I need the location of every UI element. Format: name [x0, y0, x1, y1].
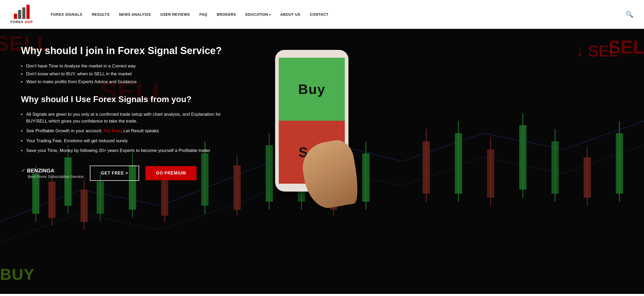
phone-buy-button: Buy	[279, 58, 345, 121]
phone-mockup: Buy Sell	[270, 50, 354, 202]
navbar: FOREX GDP FOREX SIGNALSRESULTSNEWS ANALY…	[0, 0, 644, 29]
benzinga-name: BENZINGA	[27, 168, 54, 174]
nav-item-about-us[interactable]: ABOUT US	[276, 12, 305, 17]
bullet-item: See Profitable Growth in your account. T…	[21, 128, 236, 134]
hero-left: Why should I join in Forex Signal Servic…	[21, 45, 257, 181]
bullet-item: Save your Time, Money by following 20+ y…	[21, 147, 236, 154]
benzinga-top: ✓ BENZINGA	[21, 167, 84, 174]
logo-text: FOREX GDP	[10, 20, 33, 24]
search-button[interactable]: 🔍	[626, 11, 634, 18]
go-premium-button[interactable]: GO PREMIUM	[145, 166, 197, 180]
bullet-item: Don't know when to BUY, when to SELL in …	[21, 71, 236, 77]
nav-links: FOREX SIGNALSRESULTSNEWS ANALYSISUSER RE…	[46, 12, 626, 17]
nav-item-forex-signals[interactable]: FOREX SIGNALS	[46, 12, 87, 17]
bullet-item: Your Trading Fear, Emotions will get red…	[21, 138, 236, 144]
nav-item-faq[interactable]: FAQ	[195, 12, 212, 17]
benzinga-sub: Best Forex Subscription Service	[21, 174, 84, 179]
nav-item-education[interactable]: EDUCATION	[241, 12, 276, 17]
logo-bar	[14, 14, 17, 19]
try-free-link[interactable]: Try Free	[104, 128, 121, 133]
logo-bars	[14, 5, 30, 19]
logo-bar	[18, 10, 21, 19]
logo[interactable]: FOREX GDP	[10, 5, 33, 24]
benzinga-badge: ✓ BENZINGA Best Forex Subscription Servi…	[21, 167, 84, 179]
phone-buy-label: Buy	[298, 81, 325, 97]
bullet-item: Don't have Time to Analyze the market in…	[21, 64, 236, 69]
hero-right: Buy Sell	[257, 50, 367, 202]
logo-gdp: GDP	[25, 20, 33, 24]
hero-heading-1: Why should I join in Forex Signal Servic…	[21, 45, 236, 57]
hero-heading-2: Why should I Use Forex Signals from you?	[21, 94, 236, 105]
checkmark-icon: ✓	[21, 167, 25, 174]
bullet-list-1: Don't have Time to Analyze the market in…	[21, 64, 236, 84]
nav-item-brokers[interactable]: BROKERS	[212, 12, 241, 17]
hero-content: Why should I join in Forex Signal Servic…	[0, 29, 644, 294]
bullet-item: Want to make profits from Experts Advice…	[21, 79, 236, 84]
bullet-list-2: All Signals are given to you only at a c…	[21, 111, 236, 154]
nav-item-user-reviews[interactable]: USER REVIEWS	[156, 12, 195, 17]
bullet-item: All Signals are given to you only at a c…	[21, 111, 236, 124]
cta-row: ✓ BENZINGA Best Forex Subscription Servi…	[21, 166, 236, 181]
get-free-button[interactable]: GET FREE >	[90, 166, 139, 181]
nav-item-news-analysis[interactable]: NEWS ANALYSIS	[114, 12, 155, 17]
hero-section: SELL SELL BUY ↓ SEL SEL Why should I joi…	[0, 29, 644, 294]
nav-item-contact[interactable]: CONTACT	[305, 12, 333, 17]
logo-bar	[26, 5, 30, 19]
logo-bar	[22, 7, 25, 19]
nav-item-results[interactable]: RESULTS	[87, 12, 114, 17]
